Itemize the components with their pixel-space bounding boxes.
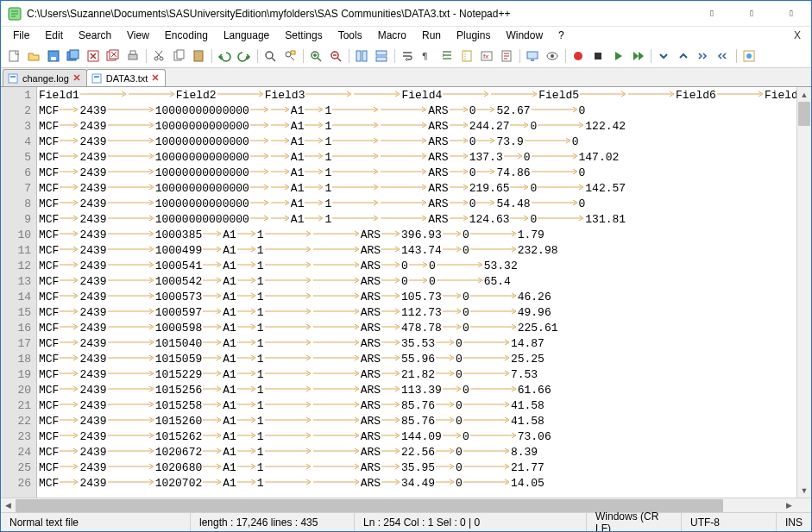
menu-q[interactable]: ? bbox=[551, 28, 571, 42]
editor-line: MCF24391015256A11ARS113.39061.66 bbox=[39, 383, 795, 398]
menu-run[interactable]: Run bbox=[415, 28, 448, 42]
svg-text:fx: fx bbox=[483, 53, 488, 60]
scroll-right-icon[interactable]: ▶ bbox=[782, 498, 796, 513]
sync-h-button[interactable] bbox=[372, 47, 391, 66]
guide-icon bbox=[460, 49, 474, 63]
cut-button[interactable] bbox=[149, 47, 168, 66]
close-button[interactable]:  bbox=[771, 1, 811, 27]
replace-button[interactable] bbox=[280, 47, 299, 66]
save-button[interactable] bbox=[44, 47, 63, 66]
menu-macro[interactable]: Macro bbox=[371, 28, 413, 42]
maximize-button[interactable]:  bbox=[732, 1, 771, 27]
editor-content[interactable]: Field1Field2Field3Field4Field5Field6Fiel… bbox=[37, 87, 796, 498]
fold-open-icon bbox=[657, 49, 670, 63]
bookmark-button[interactable] bbox=[740, 47, 758, 66]
menu-edit[interactable]: Edit bbox=[38, 28, 70, 42]
print-icon bbox=[126, 49, 140, 63]
tab-changelog[interactable]: change.log bbox=[3, 69, 87, 86]
svg-point-18 bbox=[286, 52, 291, 57]
unfold-level-button[interactable] bbox=[714, 47, 733, 66]
status-eol[interactable]: Windows (CR LF) bbox=[587, 513, 682, 531]
unfold-level-icon bbox=[716, 49, 730, 63]
play-button[interactable] bbox=[608, 47, 627, 66]
toolbar: ¶fx bbox=[1, 44, 811, 68]
indent-button[interactable] bbox=[437, 47, 456, 66]
eye-icon bbox=[545, 49, 559, 63]
svg-point-33 bbox=[551, 54, 554, 58]
menu-window[interactable]: Window bbox=[499, 28, 550, 42]
scroll-down-icon[interactable]: ▼ bbox=[797, 483, 811, 498]
menubar-close-doc[interactable]: X bbox=[789, 29, 806, 41]
zoom-out-button[interactable] bbox=[326, 47, 345, 66]
menu-tools[interactable]: Tools bbox=[331, 28, 369, 42]
paste-button[interactable] bbox=[189, 47, 208, 66]
all-chars-button[interactable]: ¶ bbox=[418, 47, 437, 66]
play-fast-icon bbox=[631, 49, 645, 63]
horizontal-scrollbar[interactable]: ◀ ▶ bbox=[1, 498, 811, 512]
menu-search[interactable]: Search bbox=[72, 28, 118, 42]
svg-rect-10 bbox=[130, 51, 135, 54]
menu-language[interactable]: Language bbox=[217, 28, 276, 42]
tab-close-icon[interactable] bbox=[72, 73, 83, 84]
menu-settings[interactable]: Settings bbox=[278, 28, 329, 42]
all-chars-icon: ¶ bbox=[420, 49, 434, 63]
scroll-thumb[interactable] bbox=[798, 102, 810, 126]
close-button[interactable] bbox=[84, 47, 103, 66]
zoom-in-button[interactable] bbox=[306, 47, 325, 66]
tab-data3txt[interactable]: DATA3.txt bbox=[86, 69, 167, 86]
menu-plugins[interactable]: Plugins bbox=[450, 28, 497, 42]
menu-file[interactable]: File bbox=[6, 28, 36, 42]
fold-level-button[interactable] bbox=[694, 47, 713, 66]
guide-button[interactable] bbox=[457, 47, 476, 66]
status-position: Ln : 254 Col : 1 Sel : 0 | 0 bbox=[355, 513, 587, 531]
redo-icon bbox=[237, 49, 251, 63]
minimize-button[interactable]:  bbox=[692, 1, 732, 27]
editor-line: MCF24391020672A11ARS22.5608.39 bbox=[39, 445, 795, 460]
scroll-track[interactable] bbox=[797, 102, 811, 483]
menu-view[interactable]: View bbox=[120, 28, 156, 42]
wrap-button[interactable] bbox=[398, 47, 417, 66]
toolbar-separator bbox=[209, 47, 214, 66]
paste-icon bbox=[192, 49, 205, 63]
hscroll-thumb[interactable] bbox=[16, 499, 723, 512]
print-button[interactable] bbox=[123, 47, 142, 66]
open-button[interactable] bbox=[24, 47, 43, 66]
close-all-button[interactable] bbox=[104, 47, 123, 66]
find-button[interactable] bbox=[261, 47, 280, 66]
svg-point-11 bbox=[154, 57, 158, 60]
statusbar: Normal text file length : 17,246 lines :… bbox=[1, 512, 811, 531]
copy-button[interactable] bbox=[169, 47, 188, 66]
hscroll-track[interactable] bbox=[16, 498, 782, 513]
svg-rect-1 bbox=[9, 51, 18, 61]
save-all-button[interactable] bbox=[64, 47, 83, 66]
eye-button[interactable] bbox=[543, 47, 562, 66]
editor-line: MCF24391000541A11ARS0053.32 bbox=[39, 259, 795, 274]
scroll-up-icon[interactable]: ▲ bbox=[797, 87, 811, 102]
lang-button[interactable]: fx bbox=[477, 47, 496, 66]
record-button[interactable] bbox=[569, 47, 588, 66]
fold-close-button[interactable] bbox=[674, 47, 693, 66]
stop-button[interactable] bbox=[589, 47, 607, 66]
undo-button[interactable] bbox=[215, 47, 234, 66]
redo-button[interactable] bbox=[235, 47, 254, 66]
menu-encoding[interactable]: Encoding bbox=[158, 28, 215, 42]
tab-close-icon[interactable] bbox=[151, 73, 161, 84]
editor-line: Field1Field2Field3Field4Field5Field6Fiel… bbox=[39, 88, 795, 103]
doc-map-button[interactable] bbox=[497, 47, 516, 66]
cut-icon bbox=[152, 49, 166, 63]
monitor-button[interactable] bbox=[523, 47, 542, 66]
vertical-scrollbar[interactable]: ▲ ▼ bbox=[796, 87, 811, 498]
fold-open-button[interactable] bbox=[654, 47, 673, 66]
new-button[interactable] bbox=[4, 47, 23, 66]
editor-line: MCF243910000000000000A11ARS054.480 bbox=[39, 197, 795, 212]
editor-line: MCF24391015258A11ARS85.76041.58 bbox=[39, 398, 795, 414]
editor-line: MCF243910000000000000A11ARS124.630131.81 bbox=[39, 212, 795, 228]
play-fast-button[interactable] bbox=[628, 47, 647, 66]
sync-v-button[interactable] bbox=[352, 47, 371, 66]
editor-line: MCF24391015260A11ARS85.76041.58 bbox=[39, 414, 795, 429]
svg-rect-16 bbox=[197, 50, 200, 53]
status-encoding[interactable]: UTF-8 bbox=[682, 513, 777, 531]
scroll-left-icon[interactable]: ◀ bbox=[1, 498, 16, 513]
svg-rect-38 bbox=[9, 74, 17, 83]
status-mode[interactable]: INS bbox=[777, 513, 811, 531]
